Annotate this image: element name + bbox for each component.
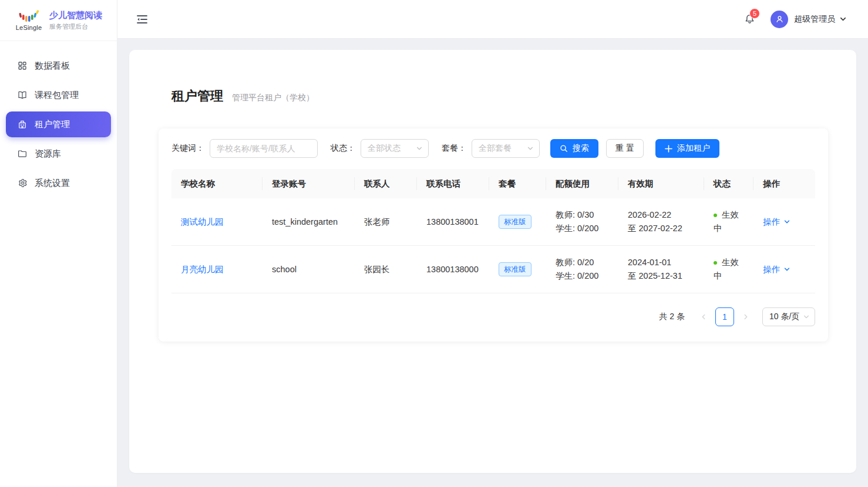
sidebar-item-label: 资源库 <box>35 148 61 160</box>
chevron-down-icon <box>416 145 423 152</box>
next-page-icon[interactable] <box>738 307 754 326</box>
sidebar-item-数据看板[interactable]: 数据看板 <box>6 53 111 79</box>
school-name-link[interactable]: 测试幼儿园 <box>181 217 224 226</box>
status-dot <box>714 214 717 217</box>
search-button[interactable]: 搜索 <box>550 139 598 158</box>
quota-cell: 教师: 0/20 学生: 0/200 <box>546 246 618 293</box>
page-size-select[interactable]: 10 条/页 <box>762 307 815 326</box>
quota-cell: 教师: 0/30 学生: 0/200 <box>546 198 618 246</box>
quota-teacher: 教师: 0/30 <box>556 208 609 222</box>
sidebar: LeSingle 少儿智慧阅读 服务管理后台 数据看板课程包管理租户管理资源库系… <box>0 0 117 487</box>
sidebar-item-label: 租户管理 <box>35 119 70 130</box>
table-row: 测试幼儿园 test_kindergarten 张老师 13800138001 … <box>171 198 815 246</box>
user-name[interactable]: 超级管理员 <box>794 14 835 25</box>
column-header: 操作 <box>753 169 815 198</box>
school-name-link[interactable]: 月亮幼儿园 <box>181 265 224 274</box>
status-text: 生效中 <box>714 210 739 233</box>
keyword-input[interactable] <box>210 139 318 158</box>
page-number-button[interactable]: 1 <box>715 307 734 326</box>
row-action-label: 操作 <box>763 215 780 229</box>
column-header: 登录账号 <box>263 169 355 198</box>
plan-badge: 标准版 <box>499 262 531 276</box>
valid-to: 至 2025-12-31 <box>628 269 695 283</box>
phone-cell: 13800138000 <box>417 246 489 293</box>
book-icon <box>17 90 28 100</box>
sidebar-item-租户管理[interactable]: 租户管理 <box>6 111 111 137</box>
row-action-label: 操作 <box>763 263 780 276</box>
brand-text: 少儿智慧阅读 服务管理后台 <box>49 10 102 31</box>
tenant-panel: 关键词： 状态： 全部状态 套餐： 全部套餐 <box>159 128 828 341</box>
quota-student: 学生: 0/200 <box>556 269 609 283</box>
chevron-down-icon <box>803 313 810 320</box>
brand-title: 少儿智慧阅读 <box>49 10 102 21</box>
table-header-row: 学校名称登录账号联系人联系电话套餐配额使用有效期状态操作 <box>171 169 815 198</box>
column-header: 联系人 <box>355 169 417 198</box>
search-button-label: 搜索 <box>573 143 589 154</box>
sidebar-item-label: 数据看板 <box>35 60 70 72</box>
content-area: 租户管理 管理平台租户（学校） 关键词： 状态： 全部状态 <box>117 39 868 487</box>
search-icon <box>560 144 568 153</box>
add-tenant-button[interactable]: 添加租户 <box>655 139 719 158</box>
filter-bar: 关键词： 状态： 全部状态 套餐： 全部套餐 <box>171 139 815 158</box>
building-icon <box>17 119 28 130</box>
table-row: 月亮幼儿园 school 张园长 13800138000 标准版 教师: 0/2… <box>171 246 815 293</box>
main-area: 5 超级管理员 租户管理 管理平台租户（学校） <box>117 0 868 487</box>
row-action-dropdown[interactable]: 操作 <box>763 263 790 276</box>
status-cell: 生效中 <box>704 198 753 246</box>
status-label: 状态： <box>331 143 355 154</box>
plan-select[interactable]: 全部套餐 <box>472 139 540 158</box>
account-cell: school <box>263 246 355 293</box>
header-right-group: 5 超级管理员 <box>743 11 847 28</box>
quota-student: 学生: 0/200 <box>556 222 609 235</box>
column-header: 套餐 <box>489 169 546 198</box>
gear-icon <box>17 178 28 188</box>
chevron-down-icon <box>783 266 790 273</box>
plan-label: 套餐： <box>442 143 466 154</box>
status-select[interactable]: 全部状态 <box>361 139 429 158</box>
prev-page-icon[interactable] <box>695 307 712 326</box>
notification-badge: 5 <box>749 8 760 19</box>
brand-subtitle: 服务管理后台 <box>49 22 102 31</box>
plan-badge: 标准版 <box>499 215 531 229</box>
reset-button-label: 重 置 <box>615 143 634 154</box>
column-header: 联系电话 <box>417 169 489 198</box>
column-header: 学校名称 <box>171 169 263 198</box>
plan-select-value: 全部套餐 <box>479 143 512 154</box>
user-menu-chevron-down-icon[interactable] <box>839 15 847 23</box>
logo-wordmark: LeSingle <box>16 24 42 31</box>
sidebar-item-资源库[interactable]: 资源库 <box>6 141 111 167</box>
sidebar-item-课程包管理[interactable]: 课程包管理 <box>6 82 111 108</box>
logo-bars-icon <box>15 9 42 23</box>
lesingle-logo-icon: LeSingle <box>14 9 43 31</box>
dashboard-icon <box>17 60 28 71</box>
account-cell: test_kindergarten <box>263 198 355 246</box>
reset-button[interactable]: 重 置 <box>606 139 644 158</box>
plus-icon <box>665 145 672 153</box>
pagination: 共 2 条 1 10 条/页 <box>171 307 815 326</box>
status-cell: 生效中 <box>704 246 753 293</box>
sidebar-item-label: 系统设置 <box>35 178 70 189</box>
page-subtitle: 管理平台租户（学校） <box>232 93 314 103</box>
sidebar-collapse-icon[interactable] <box>136 13 149 25</box>
valid-to: 至 2027-02-22 <box>628 222 695 235</box>
top-header: 5 超级管理员 <box>117 0 868 39</box>
phone-cell: 13800138001 <box>417 198 489 246</box>
contact-cell: 张老师 <box>355 198 417 246</box>
status-text: 生效中 <box>714 258 739 280</box>
column-header: 状态 <box>704 169 753 198</box>
valid-from: 2026-02-22 <box>628 208 695 222</box>
row-action-dropdown[interactable]: 操作 <box>763 215 790 229</box>
user-avatar[interactable] <box>771 11 788 28</box>
brand-logo: LeSingle 少儿智慧阅读 服务管理后台 <box>0 0 117 41</box>
notification-bell-icon[interactable]: 5 <box>743 13 756 26</box>
folder-icon <box>17 148 28 159</box>
chevron-down-icon <box>527 145 534 152</box>
page-size-value: 10 条/页 <box>769 312 799 322</box>
contact-cell: 张园长 <box>355 246 417 293</box>
validity-cell: 2026-02-22 至 2027-02-22 <box>618 198 704 246</box>
pagination-total: 共 2 条 <box>659 312 685 322</box>
sidebar-item-系统设置[interactable]: 系统设置 <box>6 170 111 196</box>
column-header: 有效期 <box>618 169 704 198</box>
status-select-value: 全部状态 <box>368 143 401 154</box>
valid-from: 2024-01-01 <box>628 256 695 269</box>
